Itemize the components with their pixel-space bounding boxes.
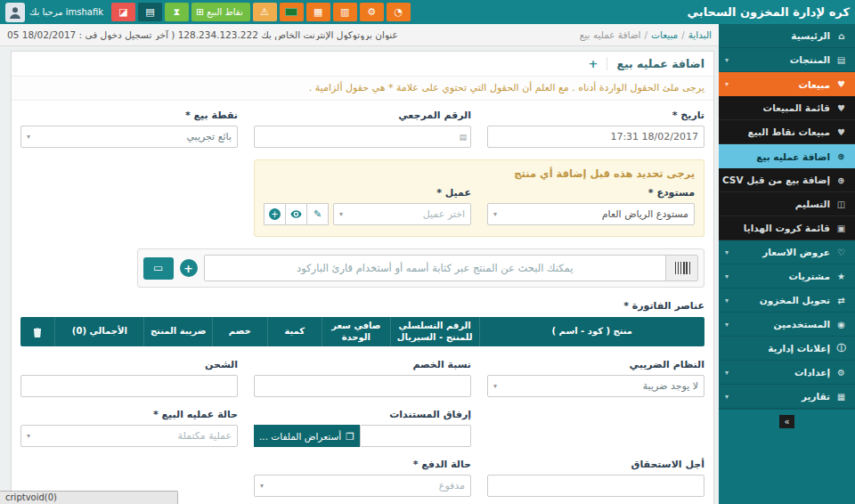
sidebar-item-sales[interactable]: ♥مبيعات▾: [719, 72, 855, 96]
collapse-plus-icon[interactable]: +: [580, 57, 607, 70]
discount-label: نسبة الخصم: [254, 359, 471, 370]
products-icon: ▤: [835, 55, 847, 65]
sidebar-item-pos-sales[interactable]: ♥مبيعات نقاط البيع: [719, 120, 855, 144]
tax-system-label: النظام الضريبي: [487, 359, 704, 370]
warehouse-select[interactable]: مستودع الرياض العام ▾: [487, 203, 695, 225]
keyboard-icon: ▤: [145, 7, 154, 17]
sidebar-item-settings[interactable]: ⚙إعدادات▾: [719, 361, 855, 385]
calculator-button[interactable]: ▥: [333, 3, 357, 21]
app-title: كره لإدارة المخزون السحابي: [682, 5, 855, 19]
hourglass-button[interactable]: ⧗: [165, 3, 189, 21]
view-customer-button[interactable]: [285, 203, 307, 225]
sidebar-item-label: قائمة كروت الهدايا: [744, 223, 830, 233]
keyboard-button[interactable]: ▤: [138, 3, 162, 21]
warning-icon: ⚠: [260, 7, 269, 17]
sidebar-item-label: مشتريات: [789, 271, 830, 281]
dashboard-button[interactable]: ◔: [387, 3, 411, 21]
tools-button[interactable]: ⚙: [360, 3, 384, 21]
sidebar-item-label: التسليم: [795, 199, 830, 209]
attachments-input[interactable]: [360, 425, 471, 447]
payment-card-button[interactable]: ▭: [143, 257, 174, 280]
sidebar-item-label: قائمة المبيعات: [763, 102, 830, 113]
truck-icon: ◫: [835, 199, 847, 209]
sidebar-item-quotations[interactable]: ♡عروض الاسعار▾: [719, 240, 855, 264]
pos-select[interactable]: بائع تجريبي ▾: [20, 126, 238, 148]
chevron-down-icon: ▾: [725, 80, 729, 88]
due-date-label: أجل الاستحقاق: [487, 459, 704, 470]
tax-system-select[interactable]: لا يوجد ضريبة ▾: [487, 375, 704, 397]
pos-button[interactable]: ⊞نقاط البيع: [191, 3, 250, 21]
reference-input[interactable]: [254, 126, 471, 148]
caret-icon: ▾: [493, 210, 497, 218]
content-area: اضافة عمليه بيع + يرجى ملئ الحقول الوارد…: [0, 46, 719, 504]
heart-outline-icon: ♡: [835, 248, 847, 257]
breadcrumb-separator: /: [645, 29, 648, 40]
customer-select[interactable]: اختر عميل ▾: [333, 203, 471, 225]
invoice-column-header: الأجمالي (0): [54, 317, 143, 346]
date-input[interactable]: [487, 126, 704, 148]
calendar-button[interactable]: ▦: [306, 3, 330, 21]
sale-status-select[interactable]: عملية مكتملة ▾: [20, 425, 238, 447]
product-search-bar: + ▭: [137, 248, 704, 288]
header-buttons: ◪▤⧗⊞نقاط البيع⚠▦▥⚙◔: [111, 3, 411, 21]
add-customer-button[interactable]: +: [264, 203, 286, 225]
calendar-icon: ▦: [314, 7, 322, 17]
edit-customer-button[interactable]: ✎: [306, 203, 329, 225]
payment-status-select[interactable]: مدفوع ▾: [254, 475, 471, 497]
invoice-column-header: صافي سعر الوحدة: [322, 317, 390, 346]
add-product-button[interactable]: +: [180, 259, 198, 277]
sidebar-item-stock-transfer[interactable]: ⇄تحويل المخزون▾: [719, 289, 855, 313]
sidebar-item-add-sale-csv[interactable]: ⊕إضافة بيع من قبل CSV: [719, 168, 855, 192]
chevron-down-icon: ▾: [725, 56, 729, 64]
caret-icon: ▾: [260, 482, 264, 490]
alerts-button[interactable]: ⚠: [253, 3, 277, 21]
due-date-input[interactable]: [487, 475, 704, 497]
sidebar-item-delivery[interactable]: ◫التسليم: [719, 192, 855, 216]
sidebar-item-home[interactable]: ⌂الرئيسية: [719, 24, 855, 48]
product-search-input[interactable]: [205, 256, 665, 280]
home-icon: ⌂: [835, 31, 847, 41]
sidebar-item-add-sale[interactable]: ⊕اضافة عمليه بيع: [719, 144, 855, 168]
form-row-4: إرفاق المستندات ❐ أستعراض الملفات ... حا…: [20, 409, 704, 447]
due-date-field: أجل الاستحقاق: [487, 459, 704, 497]
eye-icon: [290, 210, 302, 218]
sidebar-item-gift-cards[interactable]: ▣قائمة كروت الهدايا: [719, 216, 855, 240]
sidebar-item-label: عروض الاسعار: [762, 247, 830, 257]
discount-input[interactable]: [254, 375, 471, 397]
breadcrumb-item[interactable]: البداية: [688, 29, 712, 40]
invoice-column-header: منتج ( كود - اسم ): [479, 317, 704, 346]
shipping-label: الشحن: [20, 359, 238, 370]
users-icon: ◉: [835, 320, 847, 329]
pos-button-label: نقاط البيع: [207, 7, 243, 17]
sidebar-collapse-button[interactable]: »: [779, 415, 794, 428]
top-header-bar: كره لإدارة المخزون السحابي مرحبا بك imsh…: [0, 0, 855, 24]
shipping-input[interactable]: [20, 375, 238, 397]
browse-files-button[interactable]: ❐ أستعراض الملفات ...: [254, 425, 360, 447]
sidebar-item-users[interactable]: ◉المستخدمين▾: [719, 313, 855, 337]
breadcrumb-item[interactable]: مبيعات: [651, 29, 678, 40]
sidebar-item-sales-list[interactable]: ♥قائمة المبيعات: [719, 96, 855, 120]
pencil-icon: ✎: [314, 208, 322, 220]
sidebar-item-purchases[interactable]: ★مشتريات▾: [719, 264, 855, 289]
sidebar-item-products[interactable]: ▤المنتجات▾: [719, 48, 855, 72]
sidebar-item-reports[interactable]: ▦تقارير▾: [719, 385, 855, 409]
sidebar-item-label: تقارير: [802, 391, 830, 402]
payment-status-value: مدفوع: [439, 480, 465, 492]
sidebar-item-announcements[interactable]: ⓘإعلانات إدارية: [719, 337, 855, 361]
language-flag-button[interactable]: [280, 3, 304, 21]
form-row-2: يرجى تحديد هذه قبل إضافة أي منتج مستودع …: [20, 159, 704, 237]
customer-label: عميل *: [264, 187, 471, 199]
heart-icon: ♥: [835, 79, 847, 89]
chevron-down-icon: ▾: [725, 272, 729, 280]
chevron-down-icon: ▾: [725, 297, 729, 305]
user-avatar[interactable]: [5, 3, 25, 22]
sidebar-item-label: المستخدمين: [774, 319, 830, 329]
sidebar-item-label: مبيعات نقاط البيع: [748, 126, 830, 137]
eraser-button[interactable]: ◪: [111, 3, 135, 21]
chevron-down-icon: ▾: [725, 248, 729, 256]
gift-icon: ▣: [835, 224, 847, 233]
sidebar-item-label: إضافة بيع من قبل CSV: [722, 175, 830, 185]
info-bar: البداية/مبيعات/اضافة عمليه بيع عنوان برو…: [0, 24, 719, 46]
browse-files-label: أستعراض الملفات ...: [259, 431, 341, 442]
welcome-text: مرحبا بك imshafik: [29, 7, 103, 17]
